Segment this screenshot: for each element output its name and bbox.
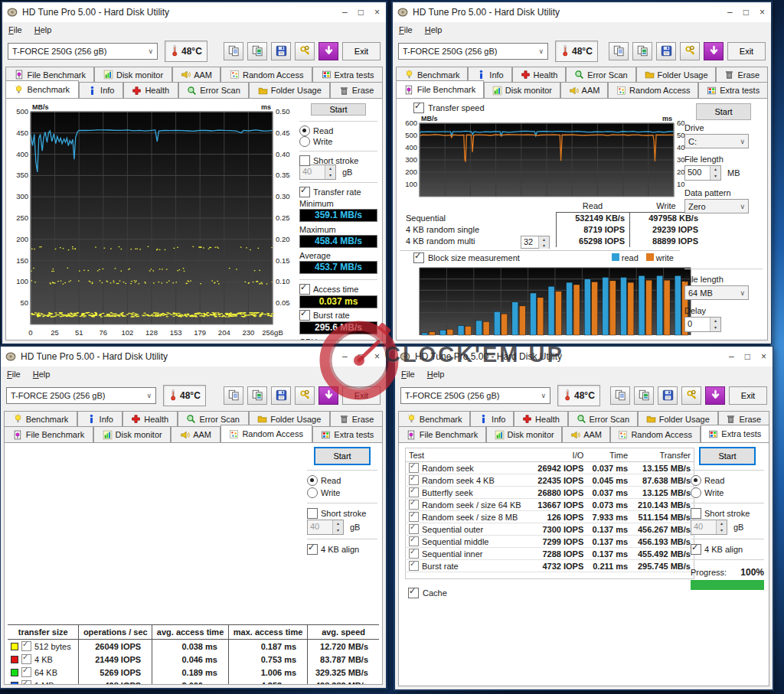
tab-erase[interactable]: Erase [716, 67, 768, 82]
read-radio[interactable] [307, 475, 318, 486]
copy-text-button[interactable] [224, 42, 243, 60]
tab-erase[interactable]: Erase [330, 82, 383, 98]
save-button[interactable] [271, 42, 291, 60]
drive-select[interactable]: C:∨ [684, 134, 749, 148]
row-checkbox[interactable] [409, 561, 419, 571]
menu-help[interactable]: Help [34, 25, 52, 34]
tab-error-scan[interactable]: Error Scan [566, 67, 635, 82]
menu-help[interactable]: Help [427, 370, 445, 379]
tab-random-access[interactable]: Random Access [220, 67, 312, 82]
menu-help[interactable]: Help [33, 370, 51, 379]
short-stroke-checkbox[interactable] [307, 508, 318, 519]
start-button[interactable]: Start [315, 448, 370, 464]
device-select[interactable]: T-FORCE 250G (256 gB)∨ [400, 387, 550, 404]
tab-disk-monitor[interactable]: Disk monitor [94, 67, 172, 82]
menu-file[interactable]: File [401, 370, 415, 379]
maximize-button[interactable]: □ [358, 8, 364, 17]
download-button[interactable] [704, 42, 724, 60]
write-radio[interactable] [299, 136, 310, 147]
tab-erase[interactable]: Erase [330, 411, 383, 426]
exit-button[interactable]: Exit [342, 386, 381, 405]
tab-folder-usage[interactable]: Folder Usage [638, 411, 718, 426]
tab-error-scan[interactable]: Error Scan [178, 411, 249, 426]
tab-extra-tests[interactable]: Extra tests [312, 67, 383, 82]
start-button[interactable]: Start [700, 448, 755, 464]
file-length2-select[interactable]: 64 MB∨ [684, 285, 749, 300]
copy-text-button[interactable] [610, 386, 630, 405]
row-checkbox[interactable] [21, 667, 31, 677]
row-checkbox[interactable] [21, 641, 31, 651]
minimize-button[interactable]: – [342, 8, 348, 17]
save-button[interactable] [658, 386, 678, 405]
keys-button[interactable] [295, 386, 315, 405]
row-checkbox[interactable] [409, 475, 419, 485]
maximize-button[interactable]: □ [745, 352, 750, 361]
stroke-size-stepper[interactable]: 40▴▾ [691, 520, 727, 535]
tab-health[interactable]: Health [514, 411, 567, 426]
menu-file[interactable]: File [399, 25, 413, 34]
tab-aam[interactable]: AAM [172, 67, 221, 82]
copy-image-button[interactable] [247, 386, 267, 405]
download-button[interactable] [318, 42, 338, 60]
transfer-rate-checkbox[interactable] [299, 187, 310, 197]
write-radio[interactable] [307, 487, 318, 498]
row-checkbox[interactable] [21, 654, 31, 664]
tab-disk-monitor[interactable]: Disk monitor [93, 426, 172, 442]
menu-file[interactable]: File [8, 25, 22, 34]
tab-benchmark[interactable]: Benchmark [398, 411, 470, 426]
row-checkbox[interactable] [409, 536, 419, 546]
minimize-button[interactable]: – [729, 352, 734, 361]
tab-disk-monitor[interactable]: Disk monitor [484, 82, 560, 98]
tab-folder-usage[interactable]: Folder Usage [636, 67, 717, 82]
tab-extra-tests[interactable]: Extra tests [698, 82, 768, 98]
tab-benchmark[interactable]: Benchmark [5, 80, 79, 98]
tab-health[interactable]: Health [123, 82, 178, 98]
device-select[interactable]: T-FORCE 250G (256 gB)∨ [6, 387, 156, 404]
write-radio[interactable] [691, 487, 701, 498]
menu-help[interactable]: Help [425, 25, 443, 34]
row-checkbox[interactable] [409, 512, 419, 522]
access-time-checkbox[interactable] [299, 284, 310, 295]
tab-benchmark[interactable]: Benchmark [396, 67, 468, 82]
tab-extra-tests[interactable]: Extra tests [312, 426, 383, 442]
row-checkbox[interactable] [409, 500, 419, 510]
tab-health[interactable]: Health [122, 411, 178, 426]
tab-random-access[interactable]: Random Access [608, 82, 698, 98]
tab-info[interactable]: Info [470, 411, 514, 426]
row-checkbox[interactable] [409, 487, 419, 497]
copy-image-button[interactable] [632, 42, 652, 60]
copy-text-button[interactable] [224, 386, 243, 405]
start-button[interactable]: Start [311, 103, 366, 116]
delay-stepper[interactable]: 0▴▾ [684, 317, 721, 332]
tab-health[interactable]: Health [512, 67, 567, 82]
keys-button[interactable] [680, 42, 700, 60]
tab-file-benchmark[interactable]: File Benchmark [396, 80, 484, 98]
read-radio[interactable] [299, 125, 310, 136]
menu-file[interactable]: File [7, 370, 21, 379]
save-button[interactable] [656, 42, 676, 60]
row-checkbox[interactable] [409, 524, 419, 534]
tab-file-benchmark[interactable]: File Benchmark [5, 67, 94, 82]
block-size-checkbox[interactable] [413, 253, 424, 263]
tab-aam[interactable]: AAM [171, 426, 220, 442]
download-button[interactable] [705, 386, 725, 405]
tab-folder-usage[interactable]: Folder Usage [249, 411, 330, 426]
stroke-size-stepper[interactable]: 40▴▾ [299, 165, 336, 180]
tab-benchmark[interactable]: Benchmark [4, 411, 77, 426]
tab-error-scan[interactable]: Error Scan [178, 82, 250, 98]
download-button[interactable] [318, 386, 338, 405]
minimize-button[interactable]: – [727, 8, 733, 17]
cache-checkbox[interactable] [408, 588, 419, 598]
start-button[interactable]: Start [696, 103, 751, 120]
copy-text-button[interactable] [609, 42, 629, 60]
thread-count-stepper[interactable]: 32▴▾ [521, 236, 550, 249]
tab-erase[interactable]: Erase [718, 411, 769, 426]
keys-button[interactable] [681, 386, 701, 405]
tab-info[interactable]: Info [79, 82, 123, 98]
tab-info[interactable]: Info [77, 411, 122, 426]
row-checkbox[interactable] [409, 463, 419, 473]
file-length-stepper[interactable]: 500▴▾ [684, 165, 721, 181]
exit-button[interactable]: Exit [342, 42, 381, 60]
maximize-button[interactable]: □ [743, 8, 749, 17]
kb-align-checkbox[interactable] [691, 544, 701, 555]
